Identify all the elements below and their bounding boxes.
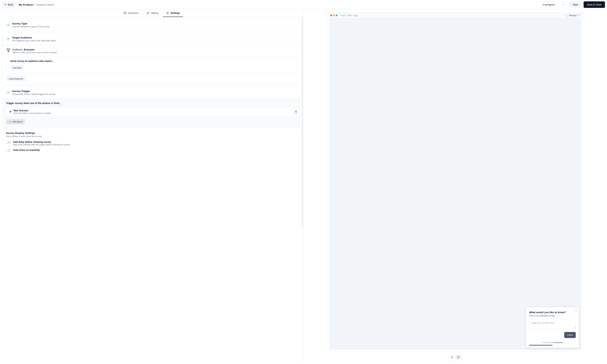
breadcrumb-product: My Product / bbox=[19, 3, 34, 6]
sparkle-icon bbox=[9, 110, 12, 113]
plus-icon bbox=[9, 121, 11, 123]
toggle-autoclose[interactable] bbox=[6, 149, 11, 152]
tab-styling-label: Styling bbox=[151, 12, 158, 14]
traffic-lights bbox=[330, 14, 337, 16]
chevron-down-icon bbox=[562, 3, 565, 6]
survey-desc: This is an example survey. bbox=[529, 314, 576, 317]
display-sub: Add a delay or auto-close the survey bbox=[6, 135, 297, 138]
preview-bar: Your web app Restart bbox=[328, 13, 582, 18]
target-audience-header[interactable]: Target Audience Pre-segment your users w… bbox=[2, 33, 301, 45]
header-right: In-progress Save Save & Close bbox=[540, 1, 605, 8]
trash-icon[interactable] bbox=[295, 110, 297, 113]
survey-type-sub: Choose between in-app or link survey. bbox=[12, 25, 50, 28]
svg-rect-0 bbox=[124, 12, 126, 14]
save-close-button[interactable]: Save & Close bbox=[583, 1, 605, 8]
restart-label: Restart bbox=[569, 14, 577, 17]
add-action-button[interactable]: Add action bbox=[6, 119, 25, 124]
audience-label: Audience: Everyone bbox=[13, 48, 57, 51]
header: Back My Product / Feature Chaser In-prog… bbox=[0, 0, 607, 9]
device-mobile-button[interactable] bbox=[449, 355, 455, 360]
back-label: Back bbox=[8, 3, 13, 6]
survey-trigger-sub: Choose the actions which trigger the sur… bbox=[12, 93, 56, 95]
survey-popup: × What would you like to know? This is a… bbox=[526, 307, 579, 348]
tab-questions-label: Questions bbox=[128, 12, 139, 14]
powered-by: Powered by Formbricks bbox=[529, 341, 576, 343]
desktop-icon bbox=[457, 356, 460, 359]
toggle-delay[interactable] bbox=[6, 141, 11, 144]
status-select[interactable]: In-progress bbox=[540, 1, 567, 8]
brush-icon bbox=[147, 12, 150, 14]
toggle-autoclose-label: Auto close on inactivity bbox=[13, 149, 40, 151]
target-audience-title: Target Audience bbox=[12, 36, 57, 39]
layout: Questions Styling Settings Survey Type bbox=[0, 9, 607, 364]
close-icon[interactable]: × bbox=[575, 309, 577, 312]
survey-type-title: Survey Type bbox=[12, 22, 50, 25]
svg-rect-3 bbox=[457, 356, 459, 358]
trigger-box-title: Trigger survey when one of the actions i… bbox=[6, 102, 297, 104]
check-icon bbox=[6, 37, 10, 41]
check-icon bbox=[6, 91, 10, 94]
tab-settings[interactable]: Settings bbox=[163, 9, 183, 17]
breadcrumb: My Product / Feature Chaser bbox=[19, 3, 54, 6]
tabs: Questions Styling Settings bbox=[0, 9, 303, 17]
filter-box-title: Send survey to audience who match... bbox=[10, 60, 293, 63]
filter-icon bbox=[6, 48, 11, 52]
load-segment-button[interactable]: Load Segment bbox=[6, 76, 26, 81]
preview-canvas: × What would you like to know? This is a… bbox=[330, 18, 581, 350]
toggle-delay-desc: Wait a few seconds after the trigger bef… bbox=[13, 143, 70, 146]
check-icon bbox=[6, 23, 10, 27]
survey-answer-input[interactable] bbox=[529, 320, 576, 329]
arrow-left-icon bbox=[4, 3, 7, 6]
preview-window: Your web app Restart × What would you li… bbox=[328, 13, 583, 351]
trigger-desc: Gets fired when a new session is created bbox=[13, 112, 51, 115]
trigger-name: New Session bbox=[13, 109, 51, 112]
toggle-delay-label: Add delay before showing survey bbox=[13, 141, 70, 143]
survey-question: What would you like to know? bbox=[529, 311, 576, 314]
card-survey-type[interactable]: Survey Type Choose between in-app or lin… bbox=[2, 19, 301, 31]
save-button[interactable]: Save bbox=[569, 1, 581, 8]
left-content: Survey Type Choose between in-app or lin… bbox=[0, 17, 303, 364]
traffic-red-icon bbox=[330, 14, 332, 16]
display-settings: Survey Display Settings Add a delay or a… bbox=[2, 131, 301, 152]
back-button[interactable]: Back bbox=[2, 1, 15, 8]
trigger-item-new-session[interactable]: New Session Gets fired when a new sessio… bbox=[6, 107, 293, 117]
audience-desc: Without a filter, all of your users can … bbox=[13, 51, 57, 54]
device-toggle bbox=[448, 354, 462, 360]
left-pane: Questions Styling Settings Survey Type bbox=[0, 9, 304, 364]
breadcrumb-page: Feature Chaser bbox=[37, 3, 54, 6]
list-icon bbox=[124, 12, 127, 14]
svg-point-1 bbox=[167, 13, 168, 13]
scrollbar[interactable] bbox=[302, 17, 303, 229]
add-filter-button[interactable]: Add filter bbox=[10, 65, 24, 70]
filter-box: Send survey to audience who match... Add… bbox=[6, 56, 297, 74]
status-value: In-progress bbox=[543, 3, 555, 6]
restart-button[interactable]: Restart bbox=[569, 14, 580, 17]
card-survey-trigger: Survey Trigger Choose the actions which … bbox=[2, 86, 301, 128]
right-pane: Your web app Restart × What would you li… bbox=[304, 9, 607, 364]
finish-button[interactable]: Finish bbox=[564, 332, 576, 338]
gear-icon bbox=[166, 12, 169, 14]
mobile-icon bbox=[451, 356, 453, 359]
traffic-yellow-icon bbox=[333, 14, 335, 16]
progress-bar bbox=[529, 345, 576, 346]
card-target-audience: Target Audience Pre-segment your users w… bbox=[2, 33, 301, 85]
traffic-green-icon bbox=[336, 14, 337, 16]
tab-questions[interactable]: Questions bbox=[120, 9, 142, 17]
header-left: Back My Product / Feature Chaser bbox=[2, 1, 54, 8]
progress-fill bbox=[529, 345, 553, 346]
display-title: Survey Display Settings bbox=[6, 131, 297, 134]
survey-trigger-header[interactable]: Survey Trigger Choose the actions which … bbox=[2, 87, 301, 99]
preview-title: Your web app bbox=[340, 14, 565, 17]
expand-icon[interactable] bbox=[565, 14, 568, 17]
add-action-label: Add action bbox=[12, 120, 22, 123]
restart-icon bbox=[578, 14, 580, 17]
survey-trigger-title: Survey Trigger bbox=[12, 90, 56, 92]
target-audience-sub: Pre-segment your users with attributes f… bbox=[12, 39, 57, 42]
tab-settings-label: Settings bbox=[170, 12, 180, 14]
device-desktop-button[interactable] bbox=[455, 355, 462, 360]
tab-styling[interactable]: Styling bbox=[143, 9, 161, 17]
